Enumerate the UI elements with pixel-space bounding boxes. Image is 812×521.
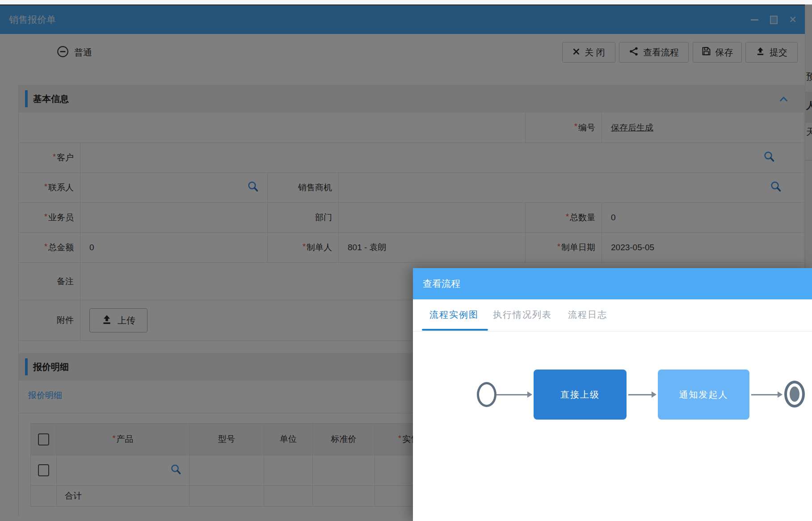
view-flow-modal: 查看流程 流程实例图 执行情况列表 流程日志 直接上级 通知发起人 [413,268,812,521]
flow-node-direct-superior: 直接上级 [534,370,627,420]
flow-node-notify-initiator: 通知发起人 [658,370,749,420]
modal-title: 查看流程 [423,268,460,299]
flow-arrow [496,394,528,395]
modal-header: 查看流程 [413,268,812,299]
flow-end-dot [790,387,799,402]
tab-flow-instance[interactable]: 流程实例图 [429,299,479,330]
page-top-strip [0,0,812,4]
tab-execution-list[interactable]: 执行情况列表 [493,299,552,330]
flow-arrow [751,394,778,395]
flow-start-node [477,382,496,407]
modal-tab-bar: 流程实例图 执行情况列表 流程日志 [413,299,812,332]
flow-arrow [628,394,652,395]
active-tab-underline [422,329,488,331]
tab-flow-log[interactable]: 流程日志 [568,299,607,330]
flow-end-node [784,381,805,408]
